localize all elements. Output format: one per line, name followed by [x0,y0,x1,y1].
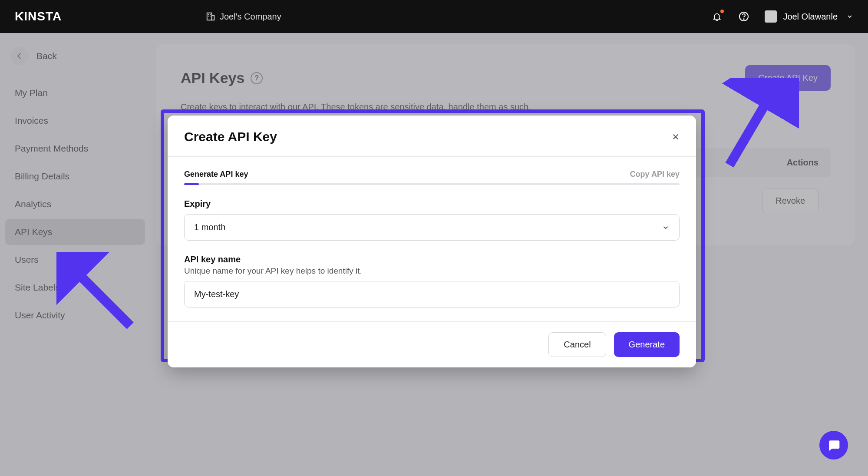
bell-icon [712,11,722,22]
progress-fill [184,183,199,185]
kinsta-logo-icon: KINSTA [15,10,71,23]
company-name: Joel's Company [220,12,281,22]
step-copy: Copy API key [630,170,680,179]
company-selector[interactable]: Joel's Company [206,12,281,22]
notifications-button[interactable] [711,10,723,23]
chevron-down-icon [662,224,670,231]
svg-rect-2 [207,13,212,20]
modal-footer: Cancel Generate [168,321,696,367]
chevron-down-icon [846,13,853,20]
kinsta-logo[interactable]: KINSTA [15,10,71,23]
user-name: Joel Olawanle [783,12,838,22]
modal-steps: Generate API key Copy API key [184,170,680,179]
expiry-value: 1 month [194,222,225,232]
expiry-select[interactable]: 1 month [184,214,680,241]
generate-button[interactable]: Generate [614,332,680,357]
api-key-name-input[interactable] [184,281,680,307]
progress-track [184,183,680,185]
topbar-left: KINSTA Joel's Company [15,10,281,23]
modal-header: Create API Key [168,116,696,156]
chat-icon [827,438,841,452]
modal-body: Generate API key Copy API key Expiry 1 m… [168,157,696,321]
notification-dot [720,10,724,13]
svg-point-1 [22,12,23,13]
api-key-name-label: API key name [184,255,680,264]
api-key-name-sub: Unique name for your API key helps to id… [184,266,680,276]
expiry-label: Expiry [184,199,680,209]
svg-text:KINSTA: KINSTA [15,10,62,23]
cancel-button[interactable]: Cancel [548,332,606,357]
avatar [765,10,777,23]
svg-rect-3 [212,15,215,20]
svg-point-9 [744,19,745,20]
step-generate: Generate API key [184,170,248,179]
modal-title: Create API Key [184,129,277,144]
building-icon [206,12,215,21]
topbar-right: Joel Olawanle [711,10,853,23]
close-icon [672,133,680,141]
user-menu[interactable]: Joel Olawanle [765,10,853,23]
chat-widget[interactable] [819,431,848,459]
help-circle-icon [739,11,749,22]
help-button[interactable] [738,10,750,23]
top-bar: KINSTA Joel's Company [0,0,868,33]
modal-close-button[interactable] [672,133,680,141]
create-api-key-modal: Create API Key Generate API key Copy API… [168,116,696,367]
